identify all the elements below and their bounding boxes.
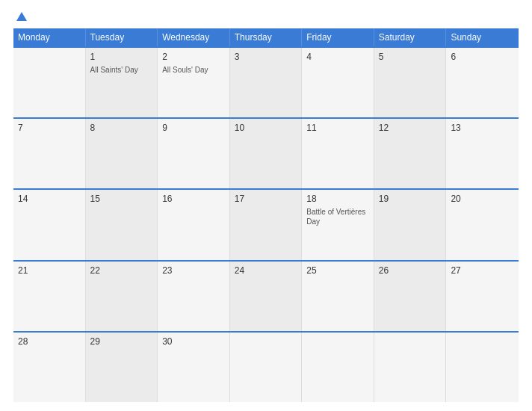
- day-number: 20: [451, 194, 514, 204]
- day-number: 13: [451, 123, 514, 133]
- calendar-row: 1415161718Battle of Vertières Day1920: [13, 188, 519, 259]
- calendar-cell: 17: [230, 190, 303, 259]
- calendar-row: 282930: [13, 331, 519, 402]
- day-number: 29: [90, 336, 153, 347]
- calendar-header-day: Sunday: [446, 28, 519, 46]
- day-number: 25: [306, 265, 369, 276]
- calendar-cell: [13, 48, 86, 117]
- calendar-cell: 21: [13, 262, 86, 331]
- calendar-cell: 8: [86, 119, 158, 188]
- logo: [13, 12, 27, 21]
- calendar-cell: 24: [230, 262, 303, 331]
- calendar-row: 78910111213: [13, 117, 519, 188]
- calendar-cell: 25: [302, 262, 374, 331]
- calendar-cell: 11: [302, 119, 374, 188]
- calendar-header: MondayTuesdayWednesdayThursdayFridaySatu…: [13, 28, 519, 46]
- calendar-header-day: Friday: [302, 28, 374, 46]
- day-number: 15: [90, 194, 153, 204]
- day-number: 4: [306, 52, 369, 62]
- day-number: 1: [90, 52, 153, 62]
- calendar-cell: 28: [13, 333, 86, 402]
- day-number: 2: [162, 52, 225, 62]
- calendar-cell: 1All Saints' Day: [86, 48, 158, 117]
- day-number: 7: [18, 123, 81, 133]
- day-number: 16: [162, 194, 225, 204]
- day-number: 28: [18, 336, 81, 347]
- calendar-header-day: Tuesday: [86, 28, 158, 46]
- calendar-header-day: Thursday: [230, 28, 303, 46]
- calendar-body: 1All Saints' Day2All Souls' Day345678910…: [13, 46, 519, 402]
- calendar-cell: 23: [158, 262, 230, 331]
- calendar-cell: 26: [374, 262, 447, 331]
- calendar-cell: 19: [374, 190, 447, 259]
- calendar-cell: 5: [374, 48, 447, 117]
- calendar-row: 21222324252627: [13, 260, 519, 331]
- calendar-header-day: Saturday: [374, 28, 447, 46]
- day-number: 6: [451, 52, 514, 62]
- calendar: MondayTuesdayWednesdayThursdayFridaySatu…: [13, 28, 519, 402]
- calendar-header-day: Monday: [13, 28, 86, 46]
- holiday-label: All Saints' Day: [90, 65, 153, 75]
- page: MondayTuesdayWednesdayThursdayFridaySatu…: [0, 0, 532, 411]
- calendar-cell: [230, 333, 303, 402]
- day-number: 30: [162, 336, 225, 347]
- day-number: 14: [18, 194, 81, 204]
- day-number: 27: [451, 265, 514, 276]
- day-number: 5: [379, 52, 442, 62]
- calendar-cell: 3: [230, 48, 303, 117]
- day-number: 10: [235, 123, 297, 133]
- calendar-cell: [302, 333, 374, 402]
- day-number: 11: [306, 123, 369, 133]
- day-number: 9: [162, 123, 225, 133]
- header: [13, 12, 519, 21]
- holiday-label: Battle of Vertières Day: [306, 207, 369, 226]
- day-number: 12: [379, 123, 442, 133]
- calendar-cell: 6: [446, 48, 519, 117]
- holiday-label: All Souls' Day: [162, 65, 225, 75]
- calendar-cell: 29: [86, 333, 158, 402]
- calendar-cell: 4: [302, 48, 374, 117]
- calendar-cell: [446, 333, 519, 402]
- day-number: 18: [306, 194, 369, 204]
- calendar-cell: 22: [86, 262, 158, 331]
- calendar-cell: 2All Souls' Day: [158, 48, 230, 117]
- calendar-cell: 20: [446, 190, 519, 259]
- day-number: 8: [90, 123, 153, 133]
- calendar-row: 1All Saints' Day2All Souls' Day3456: [13, 46, 519, 117]
- calendar-header-day: Wednesday: [158, 28, 230, 46]
- day-number: 24: [235, 265, 297, 276]
- calendar-cell: 9: [158, 119, 230, 188]
- day-number: 23: [162, 265, 225, 276]
- calendar-cell: [374, 333, 447, 402]
- calendar-cell: 18Battle of Vertières Day: [302, 190, 374, 259]
- day-number: 19: [379, 194, 442, 204]
- day-number: 21: [18, 265, 81, 276]
- calendar-cell: 16: [158, 190, 230, 259]
- day-number: 22: [90, 265, 153, 276]
- calendar-cell: 14: [13, 190, 86, 259]
- logo-triangle-icon: [16, 12, 27, 21]
- calendar-cell: 12: [374, 119, 447, 188]
- calendar-cell: 10: [230, 119, 303, 188]
- calendar-cell: 15: [86, 190, 158, 259]
- day-number: 26: [379, 265, 442, 276]
- calendar-cell: 13: [446, 119, 519, 188]
- calendar-cell: 27: [446, 262, 519, 331]
- calendar-cell: 7: [13, 119, 86, 188]
- day-number: 3: [235, 52, 297, 62]
- calendar-cell: 30: [158, 333, 230, 402]
- day-number: 17: [235, 194, 297, 204]
